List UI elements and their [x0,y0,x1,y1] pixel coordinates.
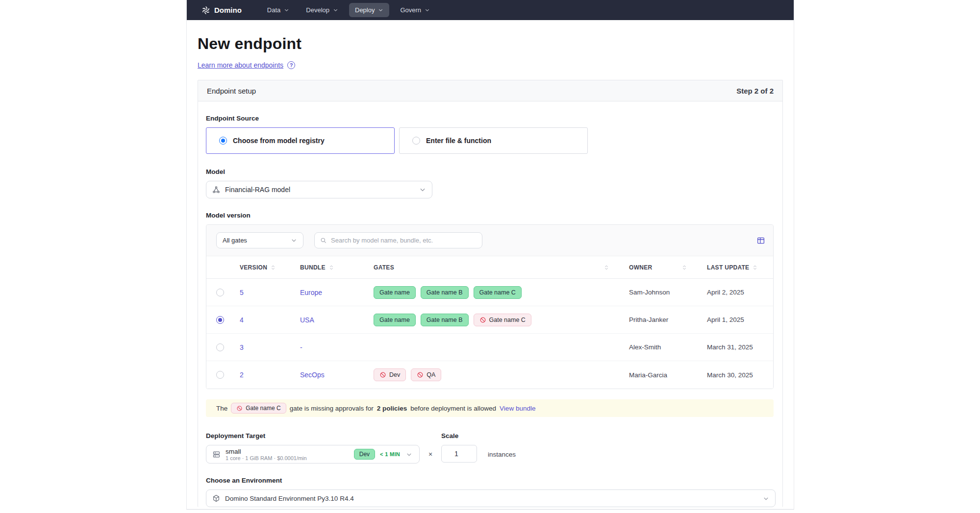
owner-cell: Maria-Garcia [623,371,701,379]
environment-select[interactable]: Domino Standard Environment Py3.10 R4.4 [206,489,776,507]
blocked-icon [417,371,424,378]
blocked-icon [379,371,386,378]
scale-label: Scale [441,432,477,440]
gates-filter-select[interactable]: All gates [216,232,303,248]
gate-badge-blocked: Gate name C [474,314,531,326]
table-row: 2 SecOps Dev [206,361,773,389]
model-search-input[interactable]: Search by model name, bundle, etc. [314,232,482,248]
nav-item-develop[interactable]: Develop [300,3,344,17]
column-gates: GATES [368,264,623,271]
env-stage-badge: Dev [354,449,375,460]
model-label: Model [206,168,774,175]
sort-icon[interactable] [328,265,334,270]
radio-model-registry[interactable] [219,137,227,145]
gate-badge: Gate name [374,286,416,299]
model-select[interactable]: Financial-RAG model [206,181,432,198]
scale-unit: instances [477,451,541,458]
startup-time: < 1 MIN [380,451,400,457]
version-link[interactable]: 5 [240,289,244,296]
gate-badge-blocked: QA [411,368,441,381]
endpoint-source-label: Endpoint Source [206,115,774,122]
blocked-icon [236,405,243,412]
blocked-icon [479,317,486,323]
multiply-sign: × [428,450,432,458]
bundle-link[interactable]: USA [300,316,314,324]
learn-more-link[interactable]: Learn more about endpoints [198,61,283,69]
gate-badge: Gate name B [421,314,469,326]
endpoint-setup-card: Endpoint setup Step 2 of 2 Endpoint Sour… [198,80,783,507]
model-version-table: All gates Search by model name, bundle, … [206,224,774,389]
version-link[interactable]: 3 [240,343,244,351]
gate-badge: Gate name [374,314,416,326]
main-nav: Data Develop Deploy Govern [261,3,436,17]
radio-file-function[interactable] [412,137,420,145]
table-header-row: VERSION BUNDLE GATES OWNER [206,256,773,279]
bundle-link[interactable]: - [300,343,302,351]
last-update-cell: March 30, 2025 [701,371,773,379]
gate-badge-blocked: Dev [374,368,406,381]
card-header: Endpoint setup Step 2 of 2 [198,80,782,101]
deployment-target-select[interactable]: small 1 core · 1 GiB RAM · $0.0001/min D… [206,445,420,464]
owner-cell: Alex-Smith [623,343,701,351]
sort-icon[interactable] [603,265,609,270]
last-update-cell: March 31, 2025 [701,343,773,351]
chevron-down-icon [406,451,412,458]
gate-badge: Gate name B [421,286,469,299]
owner-cell: Sam-Johnson [623,289,701,296]
row-radio[interactable] [216,371,224,379]
chevron-down-icon [425,7,430,13]
chevron-down-icon [333,7,338,13]
version-link[interactable]: 4 [240,316,244,324]
sort-icon[interactable] [270,265,276,270]
last-update-cell: April 1, 2025 [701,316,773,323]
sort-icon[interactable] [681,265,687,270]
bundle-link[interactable]: SecOps [300,371,325,379]
row-radio[interactable] [216,289,224,296]
top-navbar: Domino Data Develop Deploy Govern [187,0,794,20]
table-row: 4 USA Gate name Gate name B Gate name C [206,306,773,334]
bundle-link[interactable]: Europe [300,289,322,296]
owner-cell: Pritha-Janker [623,316,701,323]
app-window: Domino Data Develop Deploy Govern New en… [186,0,794,510]
nav-item-deploy[interactable]: Deploy [349,3,389,17]
server-icon [212,450,221,459]
deployment-target-label: Deployment Target [206,432,420,440]
table-row: 3 - Alex-Smith March 31, 2025 [206,334,773,361]
column-last-update: LAST UPDATE [701,264,773,271]
row-radio[interactable] [216,316,224,324]
scale-input[interactable]: 1 [441,445,477,463]
model-version-label: Model version [206,212,774,219]
environment-value: Domino Standard Environment Py3.10 R4.4 [225,495,354,502]
model-value: Financial-RAG model [225,186,290,194]
column-owner: OWNER [623,264,701,271]
step-indicator: Step 2 of 2 [736,87,774,95]
column-version: VERSION [234,264,294,271]
last-update-cell: April 2, 2025 [701,289,773,296]
gate-badge-blocked: Gate name C [231,403,286,414]
chevron-down-icon [284,7,289,13]
card-title: Endpoint setup [207,87,256,95]
version-link[interactable]: 2 [240,371,244,379]
nav-item-govern[interactable]: Govern [394,3,436,17]
table-row: 5 Europe Gate name Gate name B Gate name… [206,279,773,306]
gate-badge: Gate name C [474,286,522,299]
chevron-down-icon [378,7,383,13]
brand[interactable]: Domino [201,6,242,15]
page-title: New endpoint [198,35,783,53]
source-option-model-registry[interactable]: Choose from model registry [206,127,395,154]
search-icon [320,237,327,244]
view-bundle-link[interactable]: View bundle [500,405,535,412]
domino-logo-icon [201,6,210,15]
cube-icon [212,494,220,502]
nav-item-data[interactable]: Data [261,3,295,17]
brand-name: Domino [214,6,242,14]
target-description: small 1 core · 1 GiB RAM · $0.0001/min [226,448,307,461]
sort-icon[interactable] [752,265,758,270]
source-option-file-function[interactable]: Enter file & function [399,127,588,154]
row-radio[interactable] [216,343,224,351]
column-bundle: BUNDLE [294,264,368,271]
environment-label: Choose an Environment [206,477,774,484]
chevron-down-icon [763,495,769,502]
help-icon[interactable] [287,61,295,69]
columns-icon[interactable] [756,236,765,245]
